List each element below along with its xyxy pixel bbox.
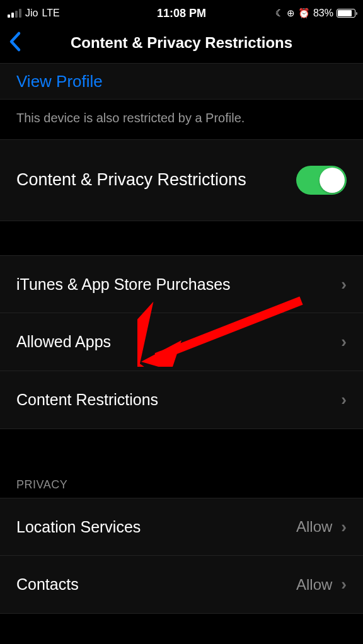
location-services-row[interactable]: Location Services Allow ›	[0, 498, 363, 556]
chevron-left-icon	[8, 31, 21, 52]
content-restrictions-label: Content Restrictions	[16, 391, 158, 409]
location-services-value: Allow	[296, 518, 332, 536]
lock-rotation-icon: ⊕	[287, 8, 295, 19]
profile-restriction-note: This device is also restricted by a Prof…	[0, 100, 363, 139]
contacts-value: Allow	[296, 576, 332, 594]
status-bar: Jio LTE 11:08 PM ☾ ⊕ ⏰ 83%	[0, 0, 363, 23]
privacy-section-header: PRIVACY	[0, 452, 363, 498]
status-time: 11:08 PM	[157, 7, 206, 20]
network-label: LTE	[42, 8, 59, 19]
itunes-purchases-label: iTunes & App Store Purchases	[16, 275, 231, 294]
alarm-icon: ⏰	[298, 8, 310, 19]
allowed-apps-row[interactable]: Allowed Apps ›	[0, 313, 363, 371]
toggle-knob-icon	[320, 168, 345, 193]
allowed-apps-label: Allowed Apps	[16, 333, 111, 351]
content-privacy-toggle-label: Content & Privacy Restrictions	[16, 168, 246, 192]
row-value-group: Allow ›	[296, 517, 347, 537]
row-value-group: Allow ›	[296, 575, 347, 594]
moon-icon: ☾	[275, 8, 284, 19]
chevron-right-icon: ›	[341, 332, 347, 352]
contacts-label: Contacts	[16, 575, 79, 594]
page-title: Content & Privacy Restrictions	[71, 34, 292, 52]
battery-percent: 83%	[313, 8, 333, 19]
signal-strength-icon	[8, 9, 21, 18]
contacts-row[interactable]: Contacts Allow ›	[0, 556, 363, 614]
chevron-right-icon: ›	[341, 390, 347, 410]
location-services-label: Location Services	[16, 518, 141, 536]
back-button[interactable]	[8, 31, 21, 55]
itunes-purchases-row[interactable]: iTunes & App Store Purchases ›	[0, 255, 363, 313]
view-profile-row[interactable]: View Profile	[0, 63, 363, 100]
content-privacy-toggle-row[interactable]: Content & Privacy Restrictions	[0, 139, 363, 221]
chevron-right-icon: ›	[341, 275, 347, 294]
status-left: Jio LTE	[8, 8, 60, 19]
chevron-right-icon: ›	[341, 517, 347, 537]
content-restrictions-row[interactable]: Content Restrictions ›	[0, 371, 363, 429]
settings-list: View Profile This device is also restric…	[0, 63, 363, 614]
battery-icon	[337, 9, 355, 18]
carrier-label: Jio	[25, 8, 38, 19]
section-spacer	[0, 429, 363, 452]
view-profile-label: View Profile	[16, 72, 103, 91]
status-right: ☾ ⊕ ⏰ 83%	[275, 8, 355, 19]
content-privacy-toggle[interactable]	[296, 166, 347, 195]
navigation-header: Content & Privacy Restrictions	[0, 23, 363, 63]
section-spacer	[0, 221, 363, 255]
chevron-right-icon: ›	[341, 575, 347, 594]
